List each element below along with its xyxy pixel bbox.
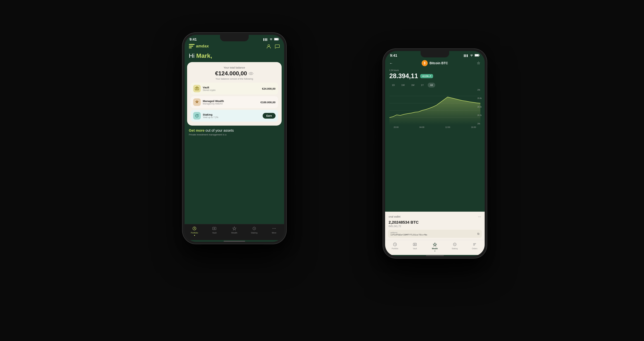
front-time: 9:41	[190, 37, 197, 41]
wallet-address-label: address	[390, 232, 427, 234]
balance-amount: €124.000,00	[191, 70, 278, 77]
price-section: t 24 hours 28.394,11 +2.1% ↗	[385, 68, 485, 81]
balance-sub: Your balance consist of the following	[191, 77, 278, 80]
price-row: 28.394,11 +2.1% ↗	[390, 72, 480, 80]
tab-1d[interactable]: 1D	[390, 83, 398, 87]
greeting-name: Mark,	[196, 52, 212, 59]
star-icon[interactable]: ☆	[477, 61, 480, 65]
tab-1y[interactable]: 1Y	[418, 83, 426, 87]
back-nav-staking-label: Staking	[452, 248, 458, 250]
get-more-section: Get more out of your assets Private inve…	[184, 126, 284, 137]
back-arrow-icon[interactable]: ←	[390, 61, 393, 65]
y-label-28k: 28k	[477, 123, 482, 125]
back-nav-orders[interactable]: Orders	[464, 242, 484, 251]
eye-icon[interactable]	[249, 72, 253, 75]
price-subtitle: t 24 hours	[390, 69, 480, 71]
price-badge: +2.1% ↗	[420, 74, 433, 78]
svg-point-10	[268, 44, 270, 46]
back-nav-area: ←	[390, 61, 393, 65]
nav-portfolio[interactable]: Portfolio	[184, 226, 204, 236]
staking-nav-icon	[452, 242, 457, 247]
message-icon[interactable]	[275, 44, 280, 49]
portfolio-icon	[192, 226, 197, 231]
back-nav-wealth[interactable]: Wealth	[425, 242, 445, 251]
logo-area: amdax	[189, 44, 209, 48]
balance-card: Your total balance €124.000,00 Your bala…	[187, 62, 282, 126]
wealth-active-indicator	[434, 251, 435, 251]
staking-item[interactable]: Staking Yield up to 7.2% Earn	[191, 110, 278, 122]
front-phone-screen: 9:41 ▌▌▌	[184, 35, 284, 242]
tab-1w[interactable]: 1W	[399, 83, 407, 87]
scroll-area: Your total balance €124.000,00 Your bala…	[184, 62, 284, 224]
staking-name: Staking	[203, 113, 261, 116]
back-nav-wealth-label: Wealth	[432, 248, 438, 250]
staking-item-icon	[193, 112, 201, 119]
wealth-nav-icon	[432, 242, 438, 247]
scene: 9:41 ▌▌▌ ←	[125, 18, 519, 323]
chart-area: 29k 28.8k 28.5k 28.2k 28k 20:00 04:00 12…	[385, 89, 485, 212]
copy-icon[interactable]: ⧉	[477, 232, 479, 235]
svg-point-20	[275, 228, 276, 229]
svg-point-17	[214, 228, 215, 229]
front-battery-icon	[274, 38, 279, 41]
staking-icon-nav	[252, 226, 257, 231]
nav-more[interactable]: More	[264, 226, 284, 236]
home-indicator	[224, 241, 245, 242]
front-signal-icon: ▌▌▌	[263, 38, 268, 41]
vault-value: €24.000,00	[262, 87, 275, 90]
vault-item-icon	[193, 85, 201, 92]
svg-rect-14	[196, 87, 198, 87]
back-phone-screen: 9:41 ▌▌▌ ←	[385, 51, 485, 256]
back-phone: 9:41 ▌▌▌ ←	[383, 49, 487, 258]
nav-vault[interactable]: Vault	[204, 226, 224, 236]
tab-1m[interactable]: 1M	[409, 83, 417, 87]
chart-svg	[390, 89, 480, 125]
time-tabs: 1D 1W 1M 1Y All	[385, 81, 485, 89]
chart-x-labels: 20:00 04:00 12:00 16:00	[390, 125, 480, 129]
back-battery-icon	[475, 54, 480, 57]
front-header: amdax	[184, 42, 284, 51]
tab-all[interactable]: All	[428, 83, 435, 87]
y-label-288k: 28.8k	[477, 97, 482, 99]
wallet-eur-balance: €45.241,72	[389, 225, 481, 228]
get-more-title: Get more out of your assets	[189, 128, 280, 133]
svg-rect-16	[212, 227, 216, 230]
get-more-sub: Private investment management is a	[189, 133, 280, 136]
nav-wealth[interactable]: Wealth	[224, 226, 244, 236]
nav-portfolio-label: Portfolio	[191, 232, 198, 234]
orders-nav-icon	[472, 242, 477, 247]
nav-staking[interactable]: Staking	[244, 226, 264, 236]
wallet-card: onal wallet ··· 2,20248534 BTC €45.241,7…	[385, 212, 485, 240]
wealth-value: €100.000,00	[260, 101, 275, 104]
coin-name: Bitcoin BTC	[430, 61, 448, 65]
wallet-title: onal wallet	[389, 215, 400, 218]
svg-point-19	[274, 228, 274, 229]
back-signal-icon: ▌▌▌	[464, 54, 468, 57]
svg-rect-6	[274, 38, 278, 40]
back-nav-staking[interactable]: Staking	[445, 242, 464, 251]
user-icon[interactable]	[266, 44, 271, 49]
staking-sub: Yield up to 7.2%	[203, 116, 261, 119]
amdax-logo-icon	[189, 44, 194, 48]
back-nav-vault[interactable]: Vault	[405, 242, 425, 251]
wallet-address-row: address 1zP1eP5QGef2DMPTfTL5SLm/7DivfNa …	[388, 230, 482, 238]
vault-item[interactable]: Vault Stored crypto €24.000,00	[191, 83, 278, 94]
back-nav-vault-label: Vault	[413, 248, 417, 250]
back-status-icons: ▌▌▌	[464, 54, 480, 57]
back-nav-portfolio[interactable]: Portfolio	[385, 242, 405, 251]
balance-label: Your total balance	[191, 66, 278, 69]
wealth-item[interactable]: Managed Wealth Managed by AMDAX €100.000…	[191, 96, 278, 108]
wallet-more-icon[interactable]: ···	[478, 215, 481, 219]
logo-text: amdax	[196, 44, 209, 48]
front-status-icons: ▌▌▌	[263, 38, 279, 41]
y-label-282k: 28.2k	[477, 114, 482, 116]
nav-vault-label: Vault	[212, 232, 216, 234]
back-time: 9:41	[390, 53, 397, 58]
y-label-29k: 29k	[477, 89, 482, 91]
earn-button[interactable]: Earn	[263, 113, 275, 119]
price-change: +2.1% ↗	[422, 75, 431, 77]
greeting-hi: Hi	[189, 52, 196, 59]
front-phone: 9:41 ▌▌▌	[182, 33, 286, 244]
wealth-sub: Managed by AMDAX	[203, 102, 258, 105]
wallet-address-value: 1zP1eP5QGef2DMPTfTL5SLm/7DivfNa	[390, 234, 427, 236]
